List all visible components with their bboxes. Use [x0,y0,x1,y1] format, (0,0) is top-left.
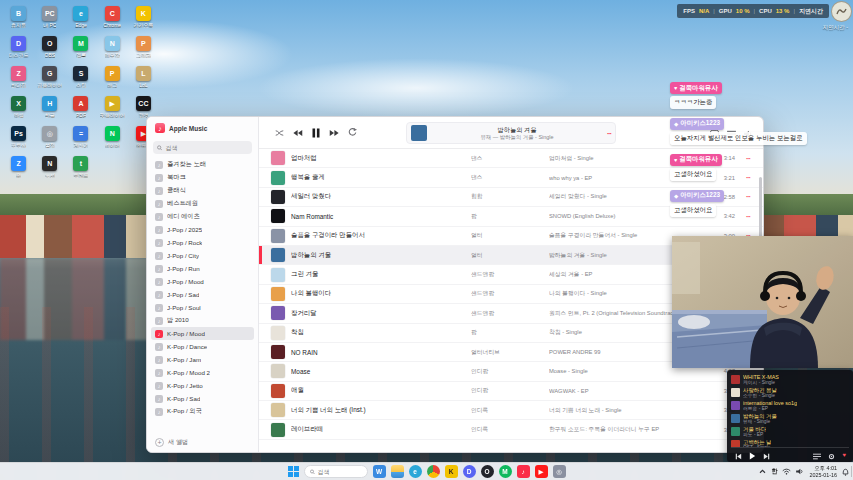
pause-button[interactable] [312,128,320,138]
desktop-icon-pubg[interactable]: P배그 [99,66,126,88]
zoom-icon: Z [11,156,26,171]
next-button[interactable] [329,129,339,137]
playlist-icon: ♪ [155,213,163,221]
previous-button[interactable] [293,129,303,137]
desktop-icon-calculator[interactable]: =계산기 [67,126,94,148]
song-row[interactable]: 레이브라떼인디록한구워 소포드: 주목을 이더라더니 누구 EP3:18··· [259,420,763,439]
mini-track-row[interactable]: 사랑하긴 봄날소수빈 - Single [731,386,849,399]
mini-track-row[interactable]: 밤하늘의 겨울뷰재 - Single [731,412,849,425]
sidebar-item[interactable]: ♪J-Pop / Run [151,262,254,275]
taskbar-app-chrome[interactable] [427,465,440,478]
desktop-icon-hwp[interactable]: H한글 [36,96,63,118]
taskbar-apps: WeKDOM♪▶◎ [373,465,566,478]
song-row[interactable]: 너의 기쁨 너의 노래 (Inst.)인디록너의 기쁨 너의 노래 - Sing… [259,401,763,420]
taskbar-app-kakaotalk[interactable]: K [445,465,458,478]
taskbar-app-settings[interactable]: ◎ [553,465,566,478]
new-album-button[interactable]: + 새 앨범 [155,438,188,447]
sidebar-item[interactable]: ♪밤 2010 [151,314,254,327]
desktop-icon-gom-player[interactable]: G곰플레이어 [36,66,63,88]
desktop-icon-label: 노션 [45,172,55,178]
sidebar-item-label: K-Pop / Jetto [167,382,203,389]
taskbar-app-widgets[interactable]: W [373,465,386,478]
taskbar-app-melon[interactable]: M [499,465,512,478]
sidebar-item[interactable]: ♪J-Pop / Rock [151,236,254,249]
sidebar-item[interactable]: ♪K-Pop / Dance [151,340,254,353]
shuffle-button[interactable] [275,129,284,137]
desktop-icon-torrent[interactable]: t토렌트 [67,156,94,178]
stat-label: CPU [759,8,772,14]
sidebar-item[interactable]: ♪즐겨찾는 노래 [151,158,254,171]
notification-bell-icon[interactable] [842,468,849,476]
watermark-logo [831,1,852,22]
song-row[interactable]: 애월인디팝WAGWAK - EP3:04··· [259,382,763,401]
start-button[interactable] [288,466,299,477]
desktop-icon-steam[interactable]: S스팀 [67,66,94,88]
desktop-icon-excel[interactable]: X엑셀 [5,96,32,118]
sidebar-item[interactable]: ♪K-Pop / 외국 [151,405,254,418]
desktop-icon-bandizip[interactable]: Z반디집 [5,66,32,88]
desktop-icon-obs[interactable]: OOBS [36,36,63,58]
transport-controls [275,128,357,138]
sidebar-item[interactable]: ♪J-Pop / Sad [151,288,254,301]
desktop-icon-paint[interactable]: P그림판 [130,36,157,58]
desktop-icon-edge[interactable]: eEdge [67,6,94,28]
desktop-icon-discord[interactable]: D디스코드 [5,36,32,58]
desktop-icon-notion[interactable]: N노션 [36,156,63,178]
taskbar-app-apple-music[interactable]: ♪ [517,465,530,478]
desktop-icon-potplayer[interactable]: ▶팟플레이어 [99,96,126,118]
sidebar-item[interactable]: ♪베스트레원 [151,197,254,210]
taskbar-app-explorer[interactable] [391,465,404,478]
sidebar-item[interactable]: ♪K-Pop / Jam [151,353,254,366]
sidebar-item[interactable]: ♪K-Pop / Sad [151,392,254,405]
taskbar-app-obs[interactable]: O [481,465,494,478]
chrome-icon: C [105,6,120,21]
desktop-icon-recycle-bin[interactable]: B휴지통 [5,6,32,28]
taskbar-search-box[interactable] [304,465,368,478]
desktop-icon-pdf[interactable]: APDF [67,96,94,118]
sidebar-item[interactable]: ♪J-Pop / Mood [151,275,254,288]
wifi-icon[interactable] [782,468,791,475]
tray-chevron-icon[interactable] [759,469,766,474]
taskbar-app-youtube[interactable]: ▶ [535,465,548,478]
sidebar-item[interactable]: ♪J-Pop / 2025 [151,223,254,236]
desktop-icon-zoom[interactable]: Z줌 [5,156,32,178]
desktop-icon-my-pc[interactable]: PC내 PC [36,6,63,28]
taskbar-search-input[interactable] [318,469,362,475]
sidebar-item-label: J-Pop / Sad [167,291,199,298]
sidebar-item[interactable]: ♪에디 에이츠 [151,210,254,223]
sidebar-item[interactable]: ♪K-Pop / Mood 2 [151,366,254,379]
desktop-icon-settings[interactable]: ◎설정 [36,126,63,148]
mini-heart-icon[interactable]: ♥ [842,452,846,458]
album-art [271,326,285,340]
song-album: 한구워 소포드: 주목을 이더라더니 누구 EP [549,425,707,434]
ime-language-indicator[interactable]: 한 [771,467,777,476]
sidebar-item[interactable]: ♪J-Pop / City [151,249,254,262]
taskbar-app-edge[interactable]: e [409,465,422,478]
mini-track-row[interactable]: 겨울 바다파도 - EP [731,425,849,438]
app-titlebar: ♪ Apple Music [147,117,258,139]
stats-separator: | [713,8,715,14]
sidebar-item[interactable]: ♪북마크 [151,171,254,184]
desktop-icon-chrome[interactable]: CChrome [99,6,126,28]
sidebar-item[interactable]: ♪클래식 [151,184,254,197]
music-search-box[interactable] [153,141,252,154]
desktop-icon-photoshop[interactable]: Ps포토샵 [5,126,32,148]
mini-track-row[interactable]: international love so1g러브송 - EP [731,399,849,412]
repeat-button[interactable] [348,128,357,137]
sidebar-item[interactable]: ♪K-Pop / Jetto [151,379,254,392]
now-playing-menu-button[interactable]: ··· [607,130,611,137]
sidebar-item[interactable]: ♪K-Pop / Mood [151,327,254,340]
desktop-icon-notepad[interactable]: N메모장 [99,36,126,58]
desktop-icon-melon[interactable]: M멜론 [67,36,94,58]
music-search-input[interactable] [165,145,248,151]
taskbar-clock[interactable]: 오후 4:01 2025-01-16 [809,465,837,479]
desktop-icon-capcut[interactable]: CC캡컷 [130,96,157,118]
volume-icon[interactable] [796,468,804,475]
mini-track-row[interactable]: WHITE X-MAS케이시 - Single [731,373,849,386]
now-playing-pill[interactable]: 밤하늘의 겨울 뷰재 — 밤하늘의 겨울 - Single ··· [406,122,616,144]
desktop-icon-kakaotalk[interactable]: K카카오톡 [130,6,157,28]
taskbar-app-discord[interactable]: D [463,465,476,478]
desktop-icon-lol[interactable]: LLoL [130,66,157,88]
desktop-icon-naver[interactable]: N네이버 [99,126,126,148]
sidebar-item[interactable]: ♪J-Pop / Soul [151,301,254,314]
